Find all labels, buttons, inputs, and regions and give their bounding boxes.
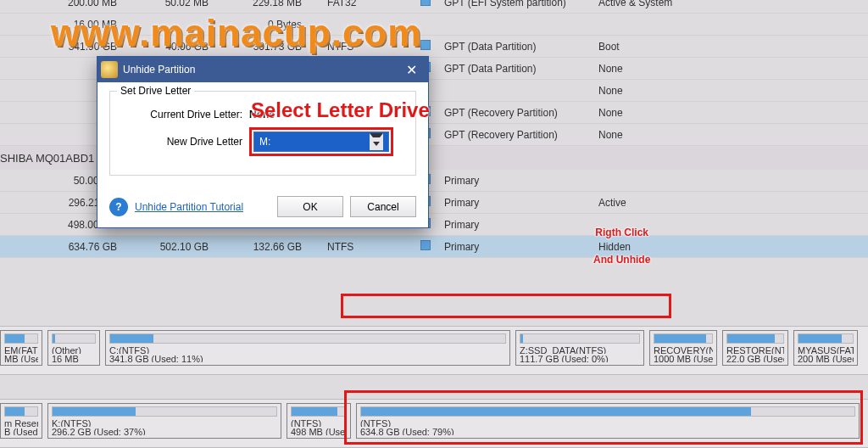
close-icon[interactable]: ✕ [398, 59, 425, 80]
chevron-down-icon[interactable] [370, 133, 383, 150]
partition-block[interactable]: Z:SSD_DATA(NTFS) 111.7 GB (Used: 0%) [515, 330, 644, 366]
partition-icon [420, 0, 431, 6]
combo-highlight: M: [249, 127, 393, 156]
highlight-box-partition [344, 390, 863, 445]
partition-block[interactable]: EM(FAT3 MB (Used [0, 330, 42, 366]
annotation-select-letter: Select Letter Drive [251, 98, 430, 122]
partition-block[interactable]: C:(NTFS) 341.8 GB (Used: 11%) [105, 330, 510, 366]
partition-block[interactable]: (NTFS) 498 MB (Used [287, 403, 351, 439]
ok-button[interactable]: OK [277, 196, 343, 217]
disk-map-1: EM(FAT3 MB (Used (Other) 16 MB C:(NTFS) … [0, 326, 868, 375]
partition-block[interactable]: RESTORE(NTF 22.0 GB (Used: [722, 330, 788, 366]
fieldset-legend: Set Drive Letter [117, 85, 194, 97]
unhide-partition-dialog: Unhide Partition ✕ Set Drive Letter Curr… [97, 56, 429, 228]
info-icon: ? [109, 198, 128, 216]
partition-icon [420, 240, 431, 250]
current-letter-label: Current Drive Letter: [122, 109, 249, 120]
partition-block[interactable]: K:(NTFS) 296.2 GB (Used: 37%) [47, 403, 281, 439]
annotation-right-click: Rigth Click And Unhide [593, 217, 650, 272]
new-letter-label: New Drive Letter [122, 136, 249, 148]
tutorial-link[interactable]: Unhide Partition Tutorial [135, 201, 243, 213]
new-letter-select[interactable]: M: [253, 132, 389, 152]
table-row[interactable]: 634.76 GB 502.10 GB 132.66 GB NTFS Prima… [0, 236, 868, 258]
dialog-titlebar[interactable]: Unhide Partition ✕ [97, 57, 428, 82]
partition-icon [420, 40, 431, 50]
cancel-button[interactable]: Cancel [350, 196, 416, 217]
partition-block[interactable]: RECOVERY(N 1000 MB (Used [649, 330, 717, 366]
partition-block[interactable]: MYASUS(FAT. 200 MB (Used [793, 330, 858, 366]
highlight-box-row [341, 294, 671, 318]
partition-block[interactable]: (Other) 16 MB [47, 330, 100, 366]
dialog-title: Unhide Partition [123, 64, 195, 76]
new-letter-value: M: [259, 136, 270, 148]
app-icon [101, 61, 118, 78]
partition-block[interactable]: m Reser B (Used [0, 403, 42, 439]
watermark: www.mainacup.com [51, 12, 421, 54]
